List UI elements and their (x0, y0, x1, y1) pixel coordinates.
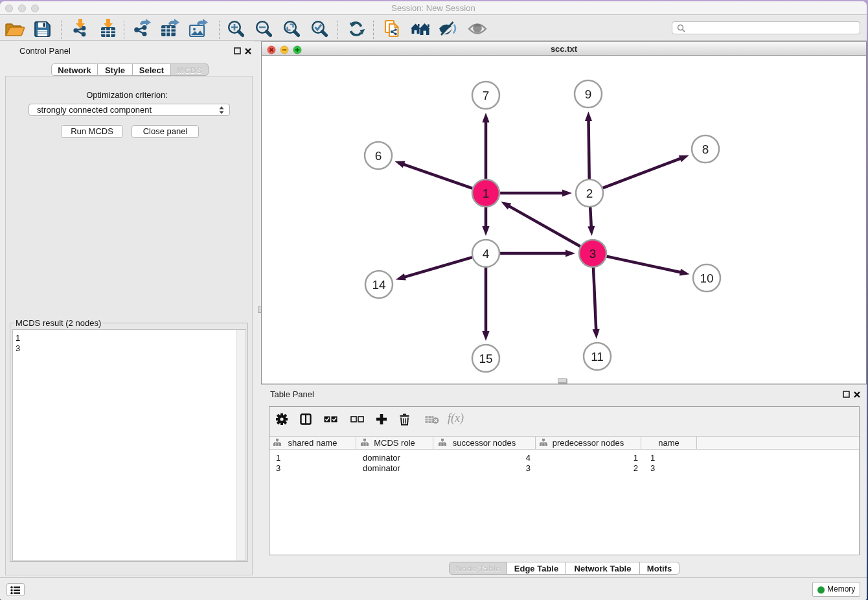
svg-text:1: 1 (483, 187, 490, 200)
svg-text:9: 9 (585, 87, 592, 101)
svg-text:11: 11 (591, 350, 604, 363)
svg-text:4: 4 (483, 247, 490, 260)
svg-text:7: 7 (483, 89, 490, 102)
svg-text:3: 3 (589, 247, 597, 260)
svg-text:6: 6 (375, 149, 382, 163)
svg-text:8: 8 (702, 143, 709, 156)
svg-text:14: 14 (372, 278, 386, 292)
svg-text:15: 15 (479, 352, 492, 365)
svg-text:2: 2 (586, 187, 593, 200)
svg-text:10: 10 (700, 271, 713, 285)
